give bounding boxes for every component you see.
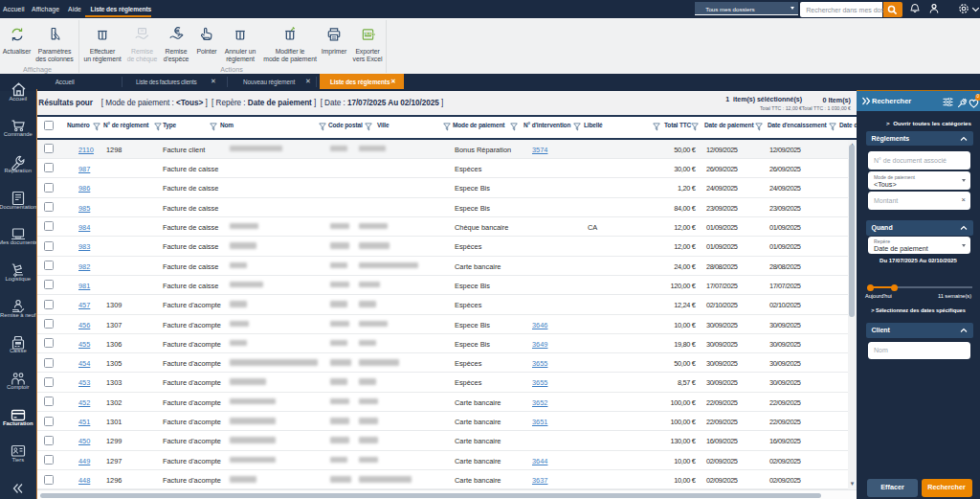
svg-text:XLS: XLS (365, 33, 371, 36)
